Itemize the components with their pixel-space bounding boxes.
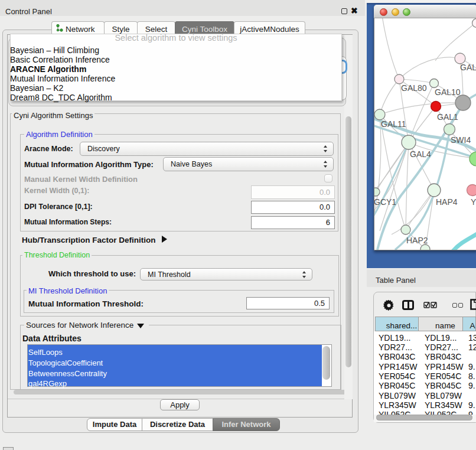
svg-text:GAL1: GAL1 bbox=[437, 112, 458, 122]
svg-text:GAL10: GAL10 bbox=[435, 87, 461, 97]
svg-text:GAL80: GAL80 bbox=[401, 83, 427, 93]
svg-text:YJ: YJ bbox=[471, 197, 476, 207]
svg-text:GAL4: GAL4 bbox=[410, 149, 431, 159]
svg-text:HAP4: HAP4 bbox=[436, 197, 458, 207]
svg-text:GCY1: GCY1 bbox=[374, 197, 396, 207]
svg-text:SWI4: SWI4 bbox=[451, 135, 471, 145]
svg-text:GAL7: GAL7 bbox=[460, 63, 476, 72]
svg-text:HAP2: HAP2 bbox=[406, 236, 428, 245]
svg-text:GAL11: GAL11 bbox=[381, 119, 406, 129]
